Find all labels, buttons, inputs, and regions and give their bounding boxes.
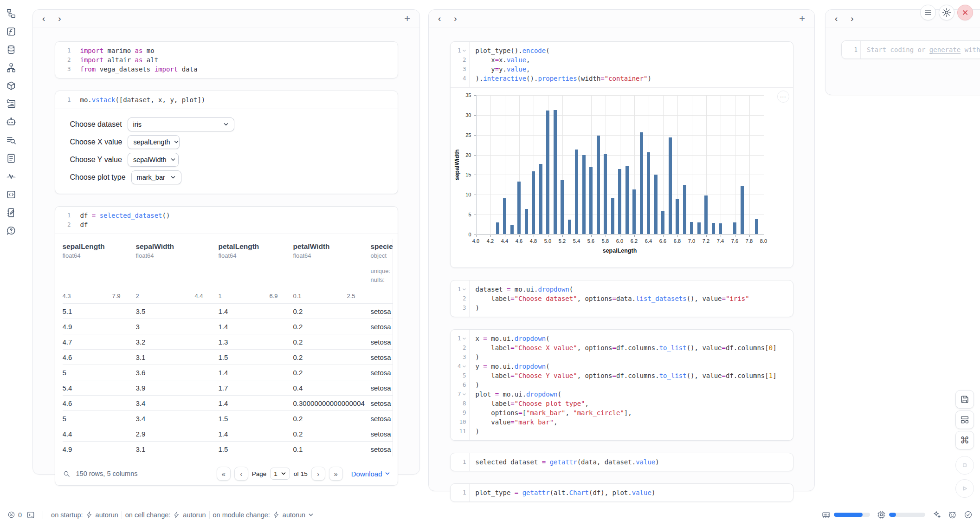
prev-page-button[interactable]: ‹ [234,467,248,481]
fold-chevron-icon[interactable] [462,392,466,397]
x-tick-label: 5.6 [584,238,598,244]
check-circle-icon [964,510,973,519]
generate-link[interactable]: generate [929,46,961,53]
scroll-left-button[interactable]: ‹ [42,14,45,23]
table-cell: 0.2 [293,369,371,377]
line-number: 10 [451,417,469,427]
next-page-button[interactable]: › [311,467,325,481]
help-icon[interactable] [5,225,17,237]
code-editor[interactable]: 1dataset = mo.ui.dropdown(2 label="Choos… [451,280,793,317]
fold-chevron-icon[interactable] [462,287,466,292]
datasources-icon[interactable] [5,44,17,56]
code-editor[interactable]: 1mo.vstack([dataset, x, y, plot]) [55,91,398,109]
functions-icon[interactable] [5,26,17,38]
table-cell: setosa [371,415,393,423]
first-page-button[interactable]: « [217,467,231,481]
keyboard-shortcuts-button[interactable]: ⌘ [955,431,974,449]
chart-bar [719,223,722,234]
chart-bar [741,186,744,234]
chart-bar [597,136,600,234]
code-editor-icon[interactable] [5,189,17,201]
scroll-right-button[interactable]: › [851,14,853,23]
run-button[interactable] [955,479,974,498]
code-editor[interactable]: 1 Start coding or generate with AI [842,41,980,59]
fold-chevron-icon[interactable] [462,49,466,53]
chart-actions-button[interactable]: ⋯ [777,91,789,103]
code-editor[interactable]: 1plot_type().encode(2 x=x.value,3 y=y.va… [451,42,793,87]
column-middle: ‹ › + 1plot_type().encode(2 x=x.value,3 … [428,9,815,491]
scroll-right-button[interactable]: › [58,14,61,23]
table-cell: 1.4 [219,430,293,438]
documentation-icon[interactable] [5,98,17,110]
column-name[interactable]: sepalWidth [136,242,219,251]
code-line: 1dataset = mo.ui.dropdown( [451,285,793,294]
table-cell: 3.5 [136,307,219,315]
code-text: import marimo as mo [74,46,155,55]
save-button[interactable] [955,390,974,409]
autorun-toggle[interactable]: on module change:autorun [213,511,314,519]
last-page-button[interactable]: » [329,467,343,481]
autorun-toggle[interactable]: on cell change:autorun [125,511,206,519]
scroll-right-button[interactable]: › [454,14,457,23]
dropdown-choose-plot-type[interactable]: mark_bar [131,170,181,184]
sparkles-icon[interactable] [932,510,941,519]
autorun-toggle[interactable]: on startup:autorun [51,511,118,519]
cpu-meter [889,513,925,517]
control-label: Choose plot type [70,173,126,182]
table-row: 4.42.91.40.2setosa [63,426,393,441]
code-editor[interactable]: 1selected_dataset = getattr(data, datase… [451,453,793,471]
code-line: 2import altair as alt [55,55,398,65]
close-button[interactable] [957,5,973,20]
logs-icon[interactable] [5,134,17,146]
search-icon[interactable] [63,470,71,478]
add-cell-button[interactable]: + [404,13,410,24]
table-cell: 1.5 [219,445,293,453]
column-name[interactable]: species [371,242,393,251]
scratchpad-icon[interactable] [5,207,17,219]
snippets-icon[interactable] [5,152,17,164]
download-button[interactable]: Download [351,470,390,478]
tracing-icon[interactable] [5,170,17,182]
dropdown-choose-y-value[interactable]: sepalWidth [128,153,179,167]
altair-chart[interactable]: ⋯ 4.04.24.44.64.85.05.25.45.65.86.06.26.… [451,87,793,267]
dependencies-icon[interactable] [5,62,17,74]
page-select[interactable]: 1 [270,468,290,480]
code-editor[interactable]: 1import marimo as mo2import altair as al… [55,42,398,78]
chart-bar [632,189,636,234]
code-line: 2 label="Choose X value", options=df.col… [451,343,793,352]
code-editor[interactable]: 1df = selected_dataset()2df [55,207,398,234]
ai-chat-icon[interactable] [5,116,17,128]
column-header-sepalWidth: sepalWidthfloat6424.4 [136,242,219,300]
table-cell: 0.2 [293,430,371,438]
fold-chevron-icon[interactable] [462,337,466,341]
code-editor[interactable]: 1plot_type = getattr(alt.Chart(df), plot… [451,484,793,501]
fold-chevron-icon[interactable] [462,365,466,369]
chart-bar [525,209,528,234]
errors-indicator[interactable]: 0 [7,511,22,519]
table-row: 4.931.40.2setosa [63,319,393,334]
file-tree-icon[interactable] [5,7,17,20]
column-name[interactable]: petalLength [219,242,293,251]
dropdown-choose-x-value[interactable]: sepalLength [128,135,180,149]
settings-button[interactable] [939,5,954,20]
chart-bar [503,198,506,234]
code-editor[interactable]: 1x = mo.ui.dropdown(2 label="Choose X va… [451,330,793,440]
terminal-icon[interactable] [26,511,35,519]
feedback-icon[interactable] [948,510,957,519]
table-cell: 5.1 [63,307,136,315]
x-tick-label: 7.0 [685,238,699,244]
dropdown-choose-dataset[interactable]: iris [128,117,234,131]
column-name[interactable]: petalWidth [293,242,371,251]
code-line: 2df [55,220,398,229]
stop-button[interactable] [955,456,974,475]
line-number: 1 [55,95,74,104]
column-name[interactable]: sepalLength [63,242,136,251]
add-cell-button[interactable]: + [799,13,805,24]
menu-button[interactable] [920,5,936,20]
code-line: 1plot_type().encode( [451,46,793,55]
chevron-down-icon [385,471,390,476]
layout-button[interactable] [955,410,974,429]
packages-icon[interactable] [5,80,17,92]
scroll-left-button[interactable]: ‹ [835,14,838,23]
scroll-left-button[interactable]: ‹ [438,14,441,23]
